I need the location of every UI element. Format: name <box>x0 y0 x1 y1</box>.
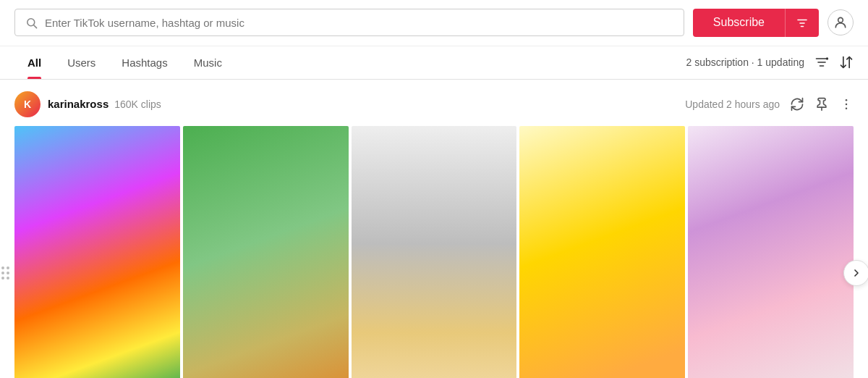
avatar-letter: K <box>24 98 31 110</box>
channel-name[interactable]: karinakross <box>48 98 109 110</box>
nav-right: 2 subscription · 1 updating <box>686 55 854 70</box>
tab-music[interactable]: Music <box>181 46 235 79</box>
video-grid-wrapper <box>14 126 854 378</box>
sort-icon[interactable] <box>839 55 854 70</box>
updated-text: Updated 2 hours ago <box>685 98 780 110</box>
drag-handle <box>1 266 9 280</box>
svg-point-12 <box>846 104 848 106</box>
search-icon <box>25 15 38 30</box>
subscription-info-text: 2 subscription · 1 updating <box>686 56 804 68</box>
svg-point-5 <box>838 18 843 23</box>
content-area: K karinakross 160K clips Updated 2 hours… <box>0 80 868 378</box>
svg-point-11 <box>846 99 848 101</box>
video-thumb-5[interactable] <box>688 126 854 378</box>
filter-button[interactable] <box>785 9 819 37</box>
more-options-button[interactable] <box>839 97 854 112</box>
channel-header: K karinakross 160K clips Updated 2 hours… <box>14 91 854 117</box>
svg-line-1 <box>34 25 37 28</box>
nav-tabs: All Users Hashtags Music <box>14 46 235 79</box>
tab-users[interactable]: Users <box>54 46 109 79</box>
video-thumb-1[interactable] <box>14 126 180 378</box>
subscribe-button[interactable]: Subscribe <box>693 9 785 37</box>
video-thumb-4[interactable] <box>519 126 685 378</box>
search-wrapper <box>14 9 684 36</box>
channel-avatar: K <box>14 91 41 117</box>
app-header: Subscribe <box>0 0 868 46</box>
nav-bar: All Users Hashtags Music 2 subscription … <box>0 46 868 80</box>
svg-point-9 <box>826 58 828 60</box>
list-filter-icon[interactable] <box>814 55 829 70</box>
video-grid <box>14 126 854 378</box>
tab-hashtags[interactable]: Hashtags <box>109 46 180 79</box>
svg-point-13 <box>846 107 848 109</box>
pin-button[interactable] <box>814 97 829 112</box>
user-avatar-button[interactable] <box>827 9 854 35</box>
search-input[interactable] <box>45 17 673 29</box>
video-thumb-3[interactable] <box>352 126 517 378</box>
next-arrow-button[interactable] <box>843 260 868 286</box>
subscribe-group: Subscribe <box>693 9 819 37</box>
channel-clips: 160K clips <box>114 98 161 110</box>
channel-meta: Updated 2 hours ago <box>685 97 854 112</box>
video-thumb-2[interactable] <box>183 126 349 378</box>
tab-all[interactable]: All <box>14 46 54 79</box>
refresh-button[interactable] <box>790 97 804 112</box>
